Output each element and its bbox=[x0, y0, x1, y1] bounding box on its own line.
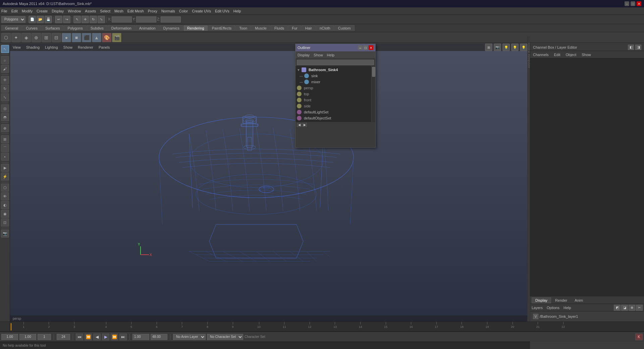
viewport-renderer-menu[interactable]: Renderer bbox=[78, 45, 93, 49]
vp-light1[interactable]: 💡 bbox=[502, 44, 510, 51]
menu-create[interactable]: Create bbox=[37, 9, 48, 13]
transport-step-field[interactable] bbox=[19, 334, 36, 340]
render-frame-button[interactable]: ▶ bbox=[1, 164, 9, 172]
ol-item-defaultlightset[interactable]: defaultLightSet bbox=[296, 109, 371, 115]
menu-edit[interactable]: Edit bbox=[11, 9, 18, 13]
transport-start-field[interactable] bbox=[1, 334, 18, 340]
tab-hair[interactable]: Hair bbox=[302, 25, 316, 31]
tab-deformation[interactable]: Deformation bbox=[108, 25, 135, 31]
menu-window[interactable]: Window bbox=[68, 9, 81, 13]
show-hide-button[interactable]: 👁 bbox=[1, 192, 9, 200]
ol-item-defaultobjectset[interactable]: defaultObjectSet bbox=[296, 115, 371, 121]
menu-create-uvs[interactable]: Create UVs bbox=[192, 9, 211, 13]
menu-select[interactable]: Select bbox=[100, 9, 110, 13]
viewport-lighting-menu[interactable]: Lighting bbox=[45, 45, 58, 49]
timeline-ruler[interactable]: 1 2 3 4 5 6 7 8 9 10 11 12 13 14 15 16 1… bbox=[10, 322, 644, 331]
le-btn-4[interactable]: ✂ bbox=[636, 305, 643, 311]
menu-file[interactable]: File bbox=[1, 9, 7, 13]
vp-grid-button[interactable]: ⊞ bbox=[485, 44, 492, 51]
tab-fur[interactable]: Fur bbox=[288, 25, 301, 31]
tab-curves[interactable]: Curves bbox=[22, 25, 41, 31]
ipr-button[interactable]: ⚡ bbox=[1, 172, 9, 181]
shelf-icon-cylinder[interactable]: ⬛ bbox=[82, 33, 91, 42]
le-btn-3[interactable]: ⊕ bbox=[629, 305, 635, 311]
viewport-show-menu[interactable]: Show bbox=[63, 45, 73, 49]
viewport[interactable]: View Shading Lighting Show Renderer Pane… bbox=[10, 44, 530, 321]
lasso-button[interactable]: ⌕ bbox=[1, 56, 9, 64]
ol-item-mixer[interactable]: — mixer bbox=[296, 79, 371, 85]
le-btn-1[interactable]: ◩ bbox=[614, 305, 621, 311]
menu-assets[interactable]: Assets bbox=[85, 9, 96, 13]
mode-select[interactable]: Polygons bbox=[1, 16, 25, 23]
channel-box-icon2[interactable]: ◨ bbox=[635, 45, 641, 50]
step-forward-button[interactable]: ⏩ bbox=[111, 334, 118, 340]
tab-ncloth[interactable]: nCloth bbox=[316, 25, 334, 31]
le-tab-display[interactable]: Display bbox=[532, 297, 551, 303]
le-tab-render[interactable]: Render bbox=[552, 298, 571, 303]
menu-proxy[interactable]: Proxy bbox=[148, 9, 157, 13]
tab-animation[interactable]: Animation bbox=[136, 25, 159, 31]
transport-current-field[interactable] bbox=[38, 334, 51, 340]
display-mode-button[interactable]: ⬡ bbox=[1, 184, 9, 192]
frame-all-button[interactable]: ⊡ bbox=[1, 218, 9, 227]
goto-start-button[interactable]: ⏮ bbox=[76, 334, 83, 340]
menu-mesh[interactable]: Mesh bbox=[114, 9, 123, 13]
coord-x-input[interactable] bbox=[112, 16, 132, 22]
select-mode-button[interactable]: ↖ bbox=[1, 45, 9, 53]
shelf-icon-render[interactable]: 🎬 bbox=[112, 33, 121, 42]
close-button[interactable]: ✕ bbox=[637, 1, 641, 6]
le-menu-layers[interactable]: Layers bbox=[532, 306, 543, 310]
tab-surfaces[interactable]: Surfaces bbox=[42, 25, 63, 31]
scale-button[interactable]: ⤡ bbox=[1, 93, 9, 101]
outliner-search-input[interactable] bbox=[297, 60, 374, 65]
coord-z-input[interactable] bbox=[161, 16, 181, 22]
character-set-select[interactable]: No Character Set bbox=[207, 334, 243, 340]
menu-color[interactable]: Color bbox=[179, 9, 188, 13]
tab-painteffects[interactable]: PaintEffects bbox=[208, 25, 235, 31]
outliner-scrollbar[interactable] bbox=[371, 66, 375, 122]
viewport-view-menu[interactable]: View bbox=[13, 45, 21, 49]
ol-item-bathroom-sink4[interactable]: ▼ Bathroom_Sink4 bbox=[296, 67, 371, 73]
new-scene-button[interactable]: 📄 bbox=[29, 16, 36, 23]
tab-general[interactable]: General bbox=[1, 25, 22, 31]
shelf-icon-cube[interactable]: ■ bbox=[72, 33, 81, 42]
undo-button[interactable]: ↩ bbox=[55, 16, 62, 23]
shelf-icon-sphere[interactable]: ● bbox=[62, 33, 71, 42]
select-tool-button[interactable]: ↖ bbox=[73, 16, 81, 23]
tab-subdivs[interactable]: Subdivs bbox=[87, 25, 107, 31]
snap-grid-button[interactable]: ⊞ bbox=[1, 135, 9, 143]
maximize-button[interactable]: □ bbox=[631, 1, 635, 6]
play-forward-button[interactable]: ▶ bbox=[102, 334, 109, 340]
ol-item-side[interactable]: side bbox=[296, 103, 371, 109]
move-tool-button[interactable]: ✛ bbox=[82, 16, 89, 23]
shelf-icon-5[interactable]: ⊞ bbox=[42, 33, 51, 42]
viewport-panels-menu[interactable]: Panels bbox=[99, 45, 110, 49]
transport-range-end-field[interactable] bbox=[57, 334, 70, 340]
transport-anim-end-field[interactable] bbox=[151, 334, 167, 340]
transport-anim-start-field[interactable] bbox=[132, 334, 149, 340]
scale-tool-button[interactable]: ⤡ bbox=[98, 16, 105, 23]
vp-cam-button[interactable]: 📷 bbox=[494, 44, 501, 51]
cb-menu-edit[interactable]: Edit bbox=[554, 53, 560, 57]
le-menu-help[interactable]: Help bbox=[564, 306, 571, 310]
ol-show-menu[interactable]: Show bbox=[314, 53, 323, 57]
menu-modify[interactable]: Modify bbox=[22, 9, 33, 13]
redo-button[interactable]: ↪ bbox=[63, 16, 70, 23]
create-camera-button[interactable]: 📷 bbox=[1, 230, 9, 238]
outliner-next-button[interactable]: ▶ bbox=[302, 123, 307, 127]
outliner-prev-button[interactable]: ◀ bbox=[297, 123, 302, 127]
le-btn-2[interactable]: ◪ bbox=[621, 305, 628, 311]
auto-key-button[interactable]: K bbox=[635, 334, 643, 340]
vp-light2[interactable]: 💡 bbox=[511, 44, 519, 51]
le-tab-anim[interactable]: Anim bbox=[571, 298, 586, 303]
outliner-scroll-thumb[interactable] bbox=[372, 67, 375, 77]
menu-normals[interactable]: Normals bbox=[161, 9, 175, 13]
outliner-minimize[interactable]: – bbox=[358, 45, 363, 50]
ol-item-top[interactable]: top bbox=[296, 91, 371, 97]
tab-rendering[interactable]: Rendering bbox=[183, 25, 208, 31]
tab-fluids[interactable]: Fluids bbox=[271, 25, 288, 31]
play-back-button[interactable]: ◀ bbox=[93, 334, 101, 340]
tab-muscle[interactable]: Muscle bbox=[251, 25, 270, 31]
snap-curve-button[interactable]: ⌒ bbox=[1, 144, 9, 152]
move-button[interactable]: ✛ bbox=[1, 76, 9, 84]
